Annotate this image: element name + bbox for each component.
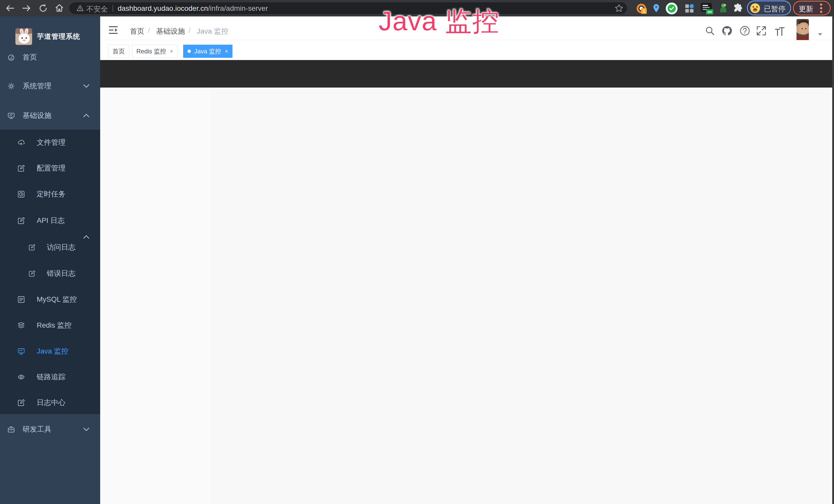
svg-text:on: on	[707, 10, 712, 14]
svg-text:1: 1	[643, 9, 645, 14]
